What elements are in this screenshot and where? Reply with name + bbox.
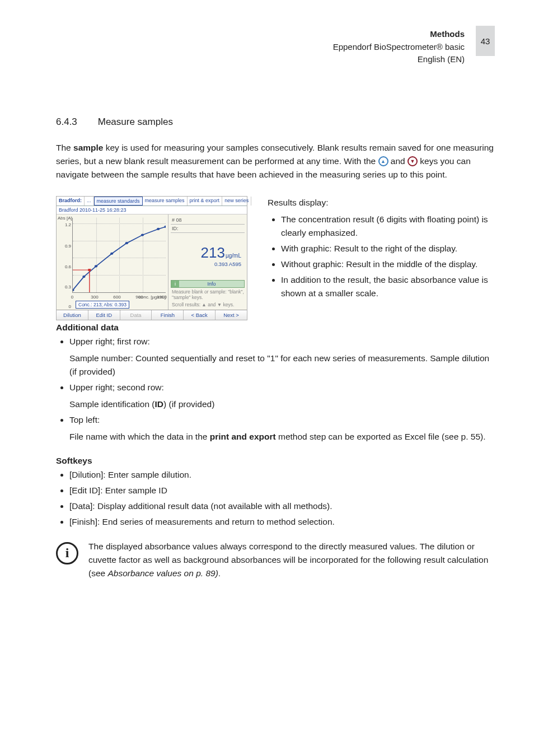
intro-paragraph: The sample key is used for measuring you… xyxy=(56,141,495,181)
softkey-next[interactable]: Next > xyxy=(216,310,247,320)
sample-id-field: ID: xyxy=(171,225,245,233)
intro-text: The xyxy=(56,143,73,152)
text: ) (if provided) xyxy=(163,399,214,409)
additional-row1-body: Sample number: Counted sequentially and … xyxy=(69,352,495,379)
softkeys-item: [Finish]: End series of measurements and… xyxy=(69,515,495,529)
xtick: 300 xyxy=(91,295,98,300)
svg-point-3 xyxy=(110,252,113,254)
result-display: 213µg/mL 0.393 A595 xyxy=(171,233,245,280)
additional-data-list: Upper right; first row: Sample number: C… xyxy=(56,335,495,444)
info-icon: i xyxy=(171,281,179,287)
additional-row2-head: Upper right; second row: xyxy=(69,382,164,392)
tab-prev[interactable]: ... xyxy=(85,197,94,206)
section-heading: 6.4.3 Measure samples xyxy=(56,116,495,128)
svg-point-4 xyxy=(125,242,128,244)
device-datetime: Bradford 2010-11-25 16:28:23 xyxy=(57,206,247,214)
results-item: In addition to the result, the basic abs… xyxy=(281,273,495,300)
plot-ylabel: Abs [A] xyxy=(58,216,72,221)
tab-measure-samples[interactable]: measure samples xyxy=(143,197,188,206)
note-block: i The displayed absorbance values always… xyxy=(56,540,495,580)
plot-curve xyxy=(73,218,166,292)
plot-area xyxy=(72,218,166,293)
svg-point-6 xyxy=(157,227,160,230)
tab-new-series[interactable]: new series xyxy=(222,197,251,206)
softkey-edit-id[interactable]: Edit ID xyxy=(88,310,120,320)
xtick: 0 xyxy=(71,295,73,300)
page-number: 43 xyxy=(476,26,495,56)
results-head: Results display: xyxy=(268,198,329,207)
up-arrow-icon: ▲ xyxy=(378,156,388,166)
tab-measure-standards[interactable]: measure standards xyxy=(94,197,143,206)
softkey-back[interactable]: < Back xyxy=(184,310,216,320)
info-hint-2: Scroll results: ▲ and ▼ keys. xyxy=(171,301,245,308)
softkeys-item: [Edit ID]: Enter sample ID xyxy=(69,484,495,497)
ytick: 0 xyxy=(57,304,71,309)
svg-point-2 xyxy=(95,265,97,267)
text-bold: print and export xyxy=(210,432,276,441)
result-abs: 0.393 A595 xyxy=(214,261,241,267)
device-plot: Abs [A] 1.2 0.9 0.6 0.3 0 0 300 600 900 … xyxy=(57,214,168,310)
section-title: Measure samples xyxy=(98,116,173,127)
device-tabs: Bradford: ... measure standards measure … xyxy=(57,197,247,206)
info-icon: i xyxy=(56,540,77,580)
softkeys-item: [Data]: Display additional result data (… xyxy=(69,500,495,513)
text: . xyxy=(218,568,221,578)
tab-method-name: Bradford: xyxy=(57,197,85,206)
softkey-finish[interactable]: Finish xyxy=(152,310,184,320)
softkeys-item: [Dilution]: Enter sample dilution. xyxy=(69,468,495,482)
ytick: 0.3 xyxy=(57,284,71,289)
intro-text: and xyxy=(388,156,407,166)
device-screenshot: Bradford: ... measure standards measure … xyxy=(56,196,247,320)
softkey-data[interactable]: Data xyxy=(120,310,152,320)
header-product: Eppendorf BioSpectrometer® basic xyxy=(333,41,465,54)
results-description: Results display: The concentration resul… xyxy=(268,196,495,320)
note-text: The displayed absorbance values always c… xyxy=(88,540,495,580)
svg-rect-10 xyxy=(88,269,91,271)
svg-point-1 xyxy=(82,275,85,277)
device-softkey-row: Dilution Edit ID Data Finish < Back Next… xyxy=(57,310,247,320)
additional-row3-body: File name with which the data in the pri… xyxy=(69,430,495,444)
xtick: 600 xyxy=(113,295,120,300)
additional-data-head: Additional data xyxy=(56,323,495,333)
section-number: 6.4.3 xyxy=(56,116,95,128)
info-bar: i Info xyxy=(171,280,245,288)
svg-point-5 xyxy=(141,234,144,236)
info-label: Info xyxy=(179,281,244,287)
ytick: 0.6 xyxy=(57,264,71,269)
device-right-panel: # 08 ID: 213µg/mL 0.393 A595 i Info Meas… xyxy=(168,214,247,310)
results-item: Without graphic: Result in the middle of… xyxy=(281,258,495,271)
additional-row3-head: Top left: xyxy=(69,415,100,424)
ytick: 1.2 xyxy=(57,222,71,227)
sample-number-field: # 08 xyxy=(171,216,245,225)
result-value: 213 xyxy=(201,244,225,261)
ytick: 0.9 xyxy=(57,243,71,248)
intro-key: sample xyxy=(73,143,103,152)
text: File name with which the data in the xyxy=(69,432,210,441)
header-lang: English (EN) xyxy=(333,53,465,66)
text: method step can be exported as Excel fil… xyxy=(276,432,486,441)
text: Sample identification ( xyxy=(69,399,155,409)
additional-row1-head: Upper right; first row: xyxy=(69,337,150,346)
softkeys-list: [Dilution]: Enter sample dilution. [Edit… xyxy=(56,468,495,529)
tab-print-export[interactable]: print & export xyxy=(188,197,223,206)
page-header: Methods Eppendorf BioSpectrometer® basic… xyxy=(56,28,495,66)
softkeys-head: Softkeys xyxy=(56,456,495,466)
additional-row2-body: Sample identification (ID) (if provided) xyxy=(69,398,495,411)
plot-readout: Conc.: 213; Abs: 0.393 xyxy=(76,301,129,309)
info-hint-1: Measure blank or sample: "blank", "sampl… xyxy=(171,288,245,301)
text-bold: ID xyxy=(155,399,164,409)
header-title: Methods xyxy=(333,28,465,41)
plot-xlabel: conc. [µg/mL] xyxy=(139,295,166,300)
results-item: With graphic: Result to the right of the… xyxy=(281,242,495,255)
softkey-dilution[interactable]: Dilution xyxy=(57,310,88,320)
text-italic: Absorbance values on p. 89) xyxy=(107,568,218,578)
results-item: The concentration result (6 digits with … xyxy=(281,213,495,240)
down-arrow-icon: ▼ xyxy=(407,156,418,166)
result-unit: µg/mL xyxy=(226,253,241,259)
